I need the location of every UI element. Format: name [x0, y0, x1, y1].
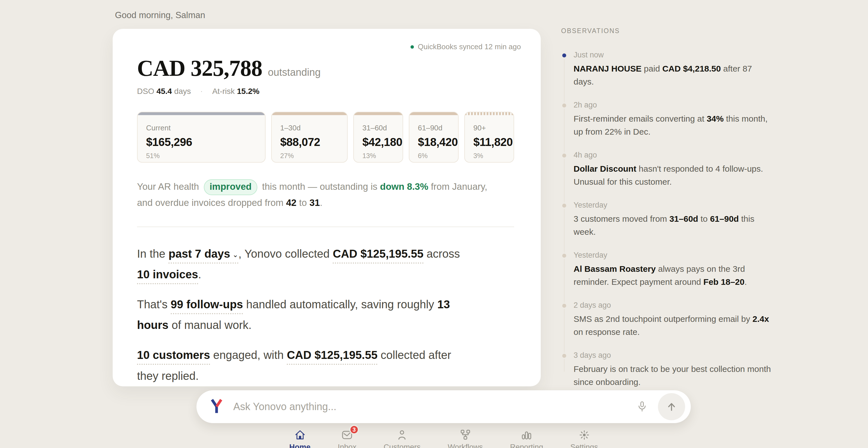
timeline-dot-icon [561, 52, 567, 59]
dashboard-page: Good morning, Salman QuickBooks synced 1… [0, 0, 868, 448]
metric-link[interactable]: CAD $125,195.55 [287, 349, 377, 365]
observation-text: NARANJ HOUSE paid CAD $4,218.50 after 87… [574, 62, 775, 88]
settings-icon [578, 429, 590, 441]
observation-item: Just nowNARANJ HOUSE paid CAD $4,218.50 … [561, 50, 785, 88]
bucket-accent-bar [137, 112, 265, 115]
divider [137, 227, 514, 227]
metric-link[interactable]: 99 follow-ups [171, 298, 243, 314]
observation-time: Yesterday [574, 251, 785, 260]
metric-link[interactable]: CAD $125,195.55 [333, 247, 423, 264]
aging-buckets-row: Current$165,29651%1–30d$88,07227%31–60d$… [137, 112, 514, 163]
bucket-amount: $165,296 [146, 136, 256, 148]
observation-time: Yesterday [574, 201, 785, 210]
unread-badge: 3 [349, 425, 359, 435]
nav-item-reporting[interactable]: Reporting [510, 429, 543, 448]
text-segment: . [320, 198, 322, 208]
nav-item-label: Inbox [338, 443, 356, 448]
bucket-amount: $88,072 [280, 136, 339, 148]
text-segment: engaged, with [210, 349, 287, 361]
nav-item-label: Home [289, 443, 311, 448]
dso-label: DSO [137, 87, 154, 96]
text-segment: February is on track to be your best col… [574, 364, 771, 387]
send-button[interactable] [658, 393, 685, 420]
observations-timeline: Just nowNARANJ HOUSE paid CAD $4,218.50 … [561, 50, 785, 389]
nav-item-settings[interactable]: Settings [570, 429, 598, 448]
observation-time: Just now [574, 50, 785, 59]
summary-paragraph: That's 99 follow-ups handled automatical… [137, 294, 474, 336]
text-segment: down 8.3% [380, 181, 428, 192]
greeting: Good morning, Salman [115, 10, 205, 20]
text-segment: 31 [309, 198, 320, 208]
chevron-down-icon[interactable]: ⌄ [232, 251, 238, 259]
observation-item: Yesterday3 customers moved from 31–60d t… [561, 201, 785, 238]
bucket-percentage: 27% [280, 152, 339, 160]
nav-item-inbox[interactable]: 3Inbox [338, 429, 356, 448]
metric-link[interactable]: 10 invoices [137, 268, 198, 284]
outstanding-amount: CAD 325,788 [137, 56, 262, 81]
text-segment: NARANJ HOUSE [574, 64, 642, 73]
text-segment: In the [137, 247, 168, 260]
text-segment: handled automatically, saving roughly [243, 298, 437, 311]
ar-health-summary: Your AR health improved this month — out… [137, 179, 502, 211]
timeline-dot-icon [561, 303, 567, 309]
text-segment: That's [137, 298, 171, 311]
metric-link[interactable]: past 7 days⌄ [168, 247, 238, 264]
observation-text: 3 customers moved from 31–60d to 61–90d … [574, 212, 775, 238]
observation-text: First-reminder emails converting at 34% … [574, 112, 775, 138]
kpi-row: DSO 45.4 days · At-risk 15.2% [137, 87, 514, 96]
nav-item-workflows[interactable]: Workflows [447, 429, 483, 448]
text-segment: CAD $4,218.50 [662, 64, 721, 73]
text-segment: Feb 18–20 [704, 277, 745, 286]
ask-input[interactable] [233, 401, 636, 413]
sync-status-dot-icon [410, 45, 414, 49]
timeline-dot-icon [561, 252, 567, 259]
observations-title: OBSERVATIONS [561, 27, 785, 35]
text-segment: of manual work. [168, 319, 251, 331]
bucket-amount: $18,420 [418, 136, 450, 148]
text-segment: Dollar Discount [574, 164, 637, 173]
inbox-icon: 3 [341, 429, 353, 441]
bucket-label: Current [146, 124, 256, 132]
dso-unit: days [174, 87, 191, 96]
observation-text: Al Bassam Roastery always pays on the 3r… [574, 263, 775, 288]
nav-item-customers[interactable]: Customers [383, 429, 421, 448]
bucket-accent-bar [354, 112, 403, 115]
text-segment: 31–60d [669, 214, 698, 223]
bucket-amount: $11,820 [473, 136, 505, 148]
aging-bucket-90+[interactable]: 90+$11,8203% [464, 112, 514, 163]
outstanding-headline: CAD 325,788 outstanding [137, 56, 514, 81]
observation-item: 2 days agoSMS as 2nd touchpoint outperfo… [561, 301, 785, 339]
observation-text: February is on track to be your best col… [574, 363, 775, 389]
bucket-label: 90+ [473, 124, 505, 132]
dso-value: 45.4 [157, 87, 172, 96]
reporting-icon [520, 429, 533, 441]
text-segment: this month — outstanding is [259, 181, 380, 192]
observation-text: Dollar Discount hasn't responded to 4 fo… [574, 162, 775, 188]
text-segment: 61–90d [710, 214, 739, 223]
summary-paragraph: 10 customers engaged, with CAD $125,195.… [137, 345, 474, 386]
aging-bucket-31-60d[interactable]: 31–60d$42,18013% [353, 112, 403, 163]
text-segment: on response rate. [574, 327, 640, 337]
text-segment: 2.4x [752, 314, 769, 323]
observation-time: 4h ago [574, 151, 785, 160]
bucket-amount: $42,180 [362, 136, 394, 148]
text-segment: 42 [286, 198, 297, 208]
ask-bar [196, 390, 691, 423]
metric-link[interactable]: 10 customers [137, 349, 210, 365]
observation-item: YesterdayAl Bassam Roastery always pays … [561, 251, 785, 288]
mic-icon[interactable] [636, 401, 648, 413]
bucket-percentage: 13% [362, 152, 394, 160]
aging-bucket-61-90d[interactable]: 61–90d$18,4206% [409, 112, 459, 163]
aging-bucket-1-30d[interactable]: 1–30d$88,07227% [271, 112, 348, 163]
nav-item-label: Reporting [510, 443, 543, 448]
aging-bucket-current[interactable]: Current$165,29651% [137, 112, 266, 163]
observation-item: 4h agoDollar Discount hasn't responded t… [561, 151, 785, 188]
text-segment: Al Bassam Roastery [574, 264, 656, 274]
at-risk-label: At-risk [212, 87, 235, 96]
bucket-accent-bar [409, 112, 458, 115]
nav-item-home[interactable]: Home [289, 429, 311, 448]
text-segment: First-reminder emails converting at [574, 114, 707, 123]
yonovo-logo-icon [210, 399, 224, 415]
observation-text: SMS as 2nd touchpoint outperforming emai… [574, 313, 775, 339]
observations-panel: OBSERVATIONS Just nowNARANJ HOUSE paid C… [561, 27, 785, 401]
